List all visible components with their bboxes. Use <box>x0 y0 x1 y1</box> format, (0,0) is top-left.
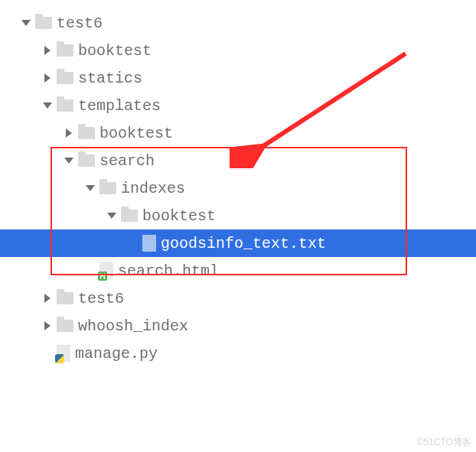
folder-label: booktest <box>142 207 216 225</box>
folder-icon <box>57 292 73 304</box>
folder-icon <box>57 44 73 57</box>
chevron-right-icon[interactable] <box>44 46 51 55</box>
tree-row[interactable]: search.html <box>0 257 476 285</box>
chevron-down-icon[interactable] <box>43 102 52 109</box>
tree-row[interactable]: statics <box>0 64 476 92</box>
tree-row-selected[interactable]: goodsinfo_text.txt <box>0 229 476 257</box>
folder-label: statics <box>78 70 142 87</box>
folder-label: booktest <box>78 42 152 60</box>
file-tree: test6 booktest statics templates booktes… <box>0 0 476 367</box>
tree-row[interactable]: booktest <box>0 202 476 229</box>
folder-label: templates <box>78 97 161 115</box>
folder-icon <box>35 17 52 29</box>
tree-row[interactable]: manage.py <box>0 340 476 367</box>
chevron-right-icon[interactable] <box>44 73 51 83</box>
folder-label: whoosh_index <box>78 317 188 335</box>
tree-row[interactable]: templates <box>0 92 476 119</box>
html-file-icon <box>99 262 113 279</box>
file-label: manage.py <box>75 345 158 363</box>
tree-row[interactable]: whoosh_index <box>0 312 476 340</box>
chevron-right-icon[interactable] <box>44 321 51 330</box>
tree-row[interactable]: test6 <box>0 285 476 312</box>
tree-row[interactable]: indexes <box>0 174 476 202</box>
folder-icon <box>121 210 138 222</box>
folder-label: booktest <box>99 125 173 142</box>
text-file-icon <box>142 235 156 252</box>
folder-icon <box>78 154 95 167</box>
folder-label: indexes <box>121 180 185 197</box>
chevron-right-icon[interactable] <box>66 128 72 138</box>
tree-row[interactable]: search <box>0 147 476 174</box>
folder-label: test6 <box>57 15 103 32</box>
tree-row[interactable]: test6 <box>0 9 476 37</box>
chevron-right-icon[interactable] <box>44 294 51 303</box>
tree-row[interactable]: booktest <box>0 37 476 64</box>
python-file-icon <box>57 345 70 362</box>
folder-icon <box>57 320 73 332</box>
watermark: ©51CTO博客 <box>417 436 471 449</box>
chevron-down-icon[interactable] <box>86 185 95 191</box>
chevron-down-icon[interactable] <box>107 213 116 219</box>
file-label: search.html <box>118 262 219 280</box>
folder-label: test6 <box>78 290 124 307</box>
chevron-down-icon[interactable] <box>21 20 31 26</box>
folder-icon <box>57 99 73 112</box>
folder-icon <box>78 127 95 139</box>
tree-row[interactable]: booktest <box>0 119 476 147</box>
folder-icon <box>99 182 116 194</box>
chevron-down-icon[interactable] <box>64 158 73 164</box>
folder-label: search <box>99 152 155 170</box>
file-label: goodsinfo_text.txt <box>161 235 326 252</box>
folder-icon <box>57 72 73 84</box>
